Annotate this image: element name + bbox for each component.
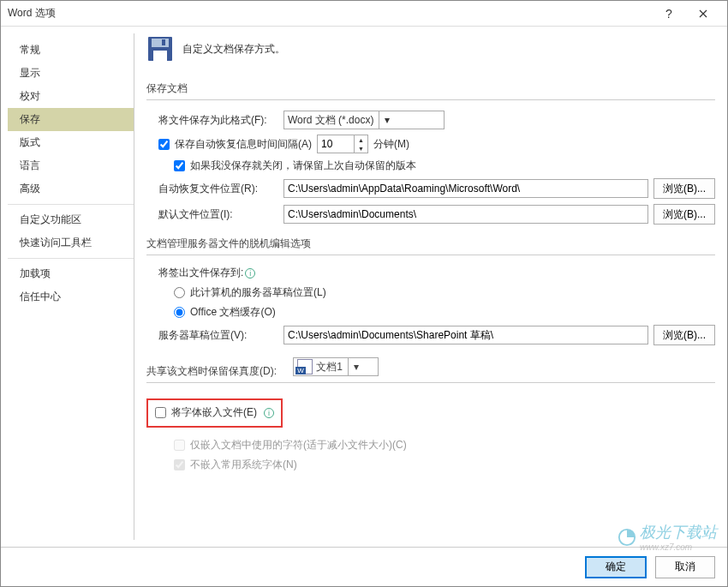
dialog-footer: 确定 取消 <box>1 547 727 586</box>
row-server-drafts-loc: 服务器草稿位置(V): 浏览(B)... <box>146 325 715 345</box>
embed-fonts-checkbox[interactable]: 将字体嵌入文件(E)i <box>155 405 274 420</box>
fidelity-doc-dropdown[interactable]: 文档1 ▾ <box>293 357 379 376</box>
row-checkout-label: 将签出文件保存到:i <box>146 266 715 280</box>
save-disk-icon <box>146 35 174 63</box>
radio-server-drafts[interactable]: 此计算机的服务器草稿位置(L) <box>174 285 326 300</box>
browse-server-drafts-button[interactable]: 浏览(B)... <box>653 325 715 345</box>
info-icon[interactable]: i <box>245 268 255 279</box>
save-format-dropdown[interactable]: Word 文档 (*.docx) ▾ <box>283 111 445 129</box>
sidebar-item-8[interactable]: 快速访问工具栏 <box>8 231 134 255</box>
minutes-label: 分钟(M) <box>373 137 409 152</box>
embed-used-only-label: 仅嵌入文档中使用的字符(适于减小文件大小)(C) <box>190 438 407 452</box>
autosave-label: 保存自动恢复信息时间间隔(A) <box>175 137 312 152</box>
embed-used-only-checkbox-input <box>174 440 185 451</box>
server-drafts-loc-input[interactable] <box>283 326 648 344</box>
row-save-format: 将文件保存为此格式(F): Word 文档 (*.docx) ▾ <box>146 111 715 129</box>
sidebar: 常规显示校对保存版式语言高级自定义功能区快速访问工具栏加载项信任中心 <box>8 33 134 540</box>
default-loc-label: 默认文件位置(I): <box>158 207 278 222</box>
sidebar-item-0[interactable]: 常规 <box>8 39 134 62</box>
autosave-interval-spinner[interactable]: ▲▼ <box>317 135 368 153</box>
row-no-common-fonts: 不嵌入常用系统字体(N) <box>146 458 715 472</box>
radio-office-cache-input[interactable] <box>174 307 185 318</box>
sidebar-item-10[interactable]: 信任中心 <box>8 285 134 308</box>
autosave-checkbox[interactable]: 保存自动恢复信息时间间隔(A) <box>158 137 312 152</box>
spinner-arrows[interactable]: ▲▼ <box>354 135 367 153</box>
default-loc-input[interactable] <box>283 205 648 224</box>
no-common-fonts-label: 不嵌入常用系统字体(N) <box>190 458 297 472</box>
row-autorecover-loc: 自动恢复文件位置(R): 浏览(B)... <box>146 178 715 199</box>
keep-last-checkbox[interactable]: 如果我没保存就关闭，请保留上次自动保留的版本 <box>174 159 416 173</box>
content-header-text: 自定义文档保存方式。 <box>182 42 285 57</box>
save-format-label: 将文件保存为此格式(F): <box>158 113 278 128</box>
embed-fonts-label: 将字体嵌入文件(E) <box>171 405 257 420</box>
svg-rect-2 <box>153 51 167 61</box>
ok-button[interactable]: 确定 <box>585 556 647 578</box>
cancel-button[interactable]: 取消 <box>655 556 715 578</box>
titlebar: Word 选项 ? <box>1 1 727 27</box>
chevron-down-icon: ▾ <box>348 358 363 375</box>
row-keep-last: 如果我没保存就关闭，请保留上次自动保留的版本 <box>146 159 715 173</box>
radio-office-cache-label: Office 文档缓存(O) <box>190 305 276 320</box>
no-common-fonts-checkbox-input <box>174 459 185 470</box>
sidebar-item-4[interactable]: 版式 <box>8 131 134 154</box>
sidebar-item-2[interactable]: 校对 <box>8 85 134 108</box>
word-options-dialog: Word 选项 ? 常规显示校对保存版式语言高级自定义功能区快速访问工具栏加载项… <box>0 0 728 587</box>
sidebar-item-7[interactable]: 自定义功能区 <box>8 208 134 231</box>
dialog-title: Word 选项 <box>8 6 652 21</box>
keep-last-label: 如果我没保存就关闭，请保留上次自动保留的版本 <box>190 159 416 173</box>
row-default-loc: 默认文件位置(I): 浏览(B)... <box>146 204 715 225</box>
section-title-save: 保存文档 <box>146 78 715 100</box>
radio-server-drafts-input[interactable] <box>174 287 185 298</box>
row-radio-server-drafts: 此计算机的服务器草稿位置(L) <box>146 285 715 300</box>
browse-autorecover-button[interactable]: 浏览(B)... <box>653 178 715 199</box>
embed-used-only-checkbox: 仅嵌入文档中使用的字符(适于减小文件大小)(C) <box>174 438 407 452</box>
section-title-fidelity: 共享该文档时保留保真度(D): 文档1 ▾ <box>146 354 715 383</box>
checkout-label: 将签出文件保存到:i <box>158 266 255 280</box>
keep-last-checkbox-input[interactable] <box>174 160 185 171</box>
row-embed-used-only: 仅嵌入文档中使用的字符(适于减小文件大小)(C) <box>146 438 715 452</box>
help-button[interactable]: ? <box>652 1 686 27</box>
no-common-fonts-checkbox: 不嵌入常用系统字体(N) <box>174 458 297 472</box>
info-icon[interactable]: i <box>264 408 274 418</box>
close-button[interactable] <box>686 1 720 27</box>
radio-server-drafts-label: 此计算机的服务器草稿位置(L) <box>190 285 326 300</box>
row-radio-office-cache: Office 文档缓存(O) <box>146 305 715 320</box>
autosave-checkbox-input[interactable] <box>158 139 170 150</box>
autosave-interval-input[interactable] <box>318 135 354 153</box>
sidebar-item-6[interactable]: 高级 <box>8 177 134 201</box>
content-header: 自定义文档保存方式。 <box>146 35 715 63</box>
sidebar-item-9[interactable]: 加载项 <box>8 262 134 285</box>
content-panel: 自定义文档保存方式。 保存文档 将文件保存为此格式(F): Word 文档 (*… <box>134 27 727 547</box>
embed-fonts-checkbox-input[interactable] <box>155 407 166 418</box>
close-icon <box>699 9 707 18</box>
sidebar-item-3[interactable]: 保存 <box>8 108 134 131</box>
fidelity-doc-name: 文档1 <box>316 360 343 374</box>
embed-fonts-highlight: 将字体嵌入文件(E)i <box>146 398 283 428</box>
autorecover-loc-input[interactable] <box>283 179 648 198</box>
sidebar-item-5[interactable]: 语言 <box>8 154 134 177</box>
sidebar-item-1[interactable]: 显示 <box>8 62 134 85</box>
browse-default-button[interactable]: 浏览(B)... <box>653 204 715 225</box>
chevron-down-icon: ▾ <box>379 111 394 129</box>
autorecover-loc-label: 自动恢复文件位置(R): <box>158 182 278 196</box>
save-format-value: Word 文档 (*.docx) <box>288 113 373 128</box>
section-title-offline: 文档管理服务器文件的脱机编辑选项 <box>146 233 715 255</box>
server-drafts-loc-label: 服务器草稿位置(V): <box>158 328 278 343</box>
svg-rect-1 <box>152 39 169 47</box>
row-autosave: 保存自动恢复信息时间间隔(A) ▲▼ 分钟(M) <box>146 135 715 153</box>
radio-office-cache[interactable]: Office 文档缓存(O) <box>174 305 276 320</box>
word-doc-icon <box>297 359 313 374</box>
svg-rect-3 <box>162 39 165 45</box>
dialog-body: 常规显示校对保存版式语言高级自定义功能区快速访问工具栏加载项信任中心 自定义文档… <box>1 27 727 547</box>
